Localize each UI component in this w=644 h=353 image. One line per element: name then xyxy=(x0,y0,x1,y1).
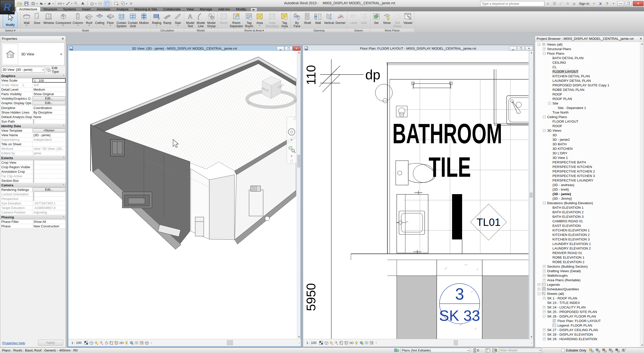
ribbon-button-model-group[interactable]: Model Group▾ xyxy=(206,12,217,29)
crop-region-icon[interactable] xyxy=(349,341,354,345)
exclude-options-icon[interactable] xyxy=(492,348,497,353)
tree-item-sections-building-section-[interactable]: +Sections (Building Section) xyxy=(535,264,640,269)
tree-item-3d[interactable]: 3D xyxy=(535,133,640,137)
qat-save-icon[interactable] xyxy=(23,1,29,6)
panel-label[interactable]: Circulation xyxy=(151,28,184,32)
tree-item-site[interactable]: −Site xyxy=(535,101,640,105)
scroll-up-icon[interactable]: ▲ xyxy=(640,42,644,46)
3d-view-titlebar[interactable]: 3D View: {3D - jamie} - M003_DISPLAY MOD… xyxy=(68,46,300,51)
tree-item-sk-28-display-elevation[interactable]: +SK 28 - DISPLAY ELEVATION xyxy=(535,332,640,337)
ribbon-button-wall[interactable]: Wall xyxy=(313,12,323,25)
expand-icon[interactable]: + xyxy=(543,297,546,300)
3d-window-minimize-button[interactable]: ▁ xyxy=(277,46,284,51)
tab-architecture[interactable]: Architecture xyxy=(16,7,40,11)
qat-undo-icon[interactable] xyxy=(38,1,44,6)
signin-dropdown-icon[interactable]: ▾ xyxy=(591,1,597,6)
design-option-combo[interactable]: Main Model▾ xyxy=(499,348,542,353)
3d-view-canvas[interactable]: N M BACK LEFT xyxy=(68,51,298,339)
tree-item-kitchen-elevation-1[interactable]: KITCHEN ELEVATION 1 xyxy=(535,228,640,232)
tab-view[interactable]: View xyxy=(184,7,197,11)
detail-level-icon[interactable] xyxy=(319,341,324,345)
ribbon-button-curtain-grid[interactable]: Curtain Grid xyxy=(127,12,139,28)
tree-item-east-elevation[interactable]: EAST ELEVATION xyxy=(535,223,640,228)
tab-modify[interactable]: Modify xyxy=(233,7,249,11)
tree-item-kitchen-elevation-3[interactable]: KITCHEN ELEVATION 3 xyxy=(535,237,640,241)
apply-button[interactable]: Apply xyxy=(38,340,63,346)
ribbon-button-floor[interactable]: Floor▾ xyxy=(105,12,116,26)
displacement-icon[interactable] xyxy=(144,341,149,345)
qat-sync-icon[interactable] xyxy=(30,1,36,6)
sun-path-icon[interactable]: x xyxy=(94,341,99,345)
ribbon-button-room-separator[interactable]: Room Separator xyxy=(229,12,244,28)
section-identity-data[interactable]: Identity Data⌃ xyxy=(0,124,66,128)
view-scale-button[interactable]: 1 : 100 xyxy=(71,341,82,345)
tree-item-robe-detail-plan[interactable]: ROBE DETAIL PLAN xyxy=(535,87,640,92)
expand-icon[interactable]: + xyxy=(543,48,546,50)
property-checkbox[interactable] xyxy=(33,179,34,183)
tab-analyze[interactable]: Analyze xyxy=(113,7,131,11)
3d-hscrollbar-thumb[interactable] xyxy=(227,340,233,345)
ribbon-button-vertical[interactable]: Vertical xyxy=(323,12,335,25)
ribbon-button-set[interactable]: Set xyxy=(371,12,382,25)
detail-level-icon[interactable] xyxy=(84,341,89,345)
worksharing-display-icon[interactable]: x xyxy=(129,341,134,345)
minimize-button[interactable]: — xyxy=(617,1,624,6)
tree-item-sk-1-roof-plan[interactable]: +SK 1 - ROOF PLAN xyxy=(535,296,640,300)
tree-item-bath-elevation-3[interactable]: BATH ELEVATION 3 xyxy=(535,214,640,219)
expand-icon[interactable]: + xyxy=(543,338,546,340)
tab-systems[interactable]: Systems xyxy=(60,7,79,11)
panel-label[interactable]: Opening xyxy=(291,28,347,32)
tree-item-3d-view-1[interactable]: 3D View 1 xyxy=(535,155,640,160)
qat-measure-icon[interactable] xyxy=(57,1,63,6)
collapse-icon[interactable]: − xyxy=(543,202,546,204)
crop-view-icon[interactable] xyxy=(344,341,349,345)
ribbon-button-stair[interactable]: Stair▾ xyxy=(173,12,183,26)
ribbon-button-by-face[interactable]: By Face xyxy=(292,12,302,28)
communication-icon[interactable]: ☄ xyxy=(558,1,564,6)
modify-button[interactable]: Modify xyxy=(3,12,18,28)
section-extents[interactable]: Extents⌃ xyxy=(0,156,66,160)
tree-item-sheets-all-[interactable]: −Sheets (all) xyxy=(535,291,640,296)
property-checkbox[interactable] xyxy=(33,119,34,124)
plan-window-minimize-button[interactable]: ▁ xyxy=(509,46,517,51)
tree-item-robe-elevation-2[interactable]: ROBE ELEVATION 2 xyxy=(535,260,640,264)
tree-item--3d-jamie-[interactable]: {3D - jamie} xyxy=(535,192,640,196)
tree-item-perspective-kitchen-2[interactable]: PERSPECTIVE KITCHEN 2 xyxy=(535,169,640,173)
ribbon-button-component[interactable]: Component▾ xyxy=(55,12,72,26)
ribbon-button-door[interactable]: Door xyxy=(32,12,43,25)
3d-window-restore-button[interactable]: ❐ xyxy=(285,46,292,51)
sign-in-button[interactable]: Sign In xyxy=(578,2,590,6)
tree-item-views-all-[interactable]: −Views (all) xyxy=(535,42,640,47)
tree-item-sk-25-proposed-site-plan[interactable]: +SK 25 - PROPOSED SITE PLAN xyxy=(535,309,640,314)
instance-selector[interactable]: 3D View: {3D - jamie}▾ xyxy=(1,67,45,73)
tree-item-robe-elevation-1[interactable]: ROBE ELEVATION 1 xyxy=(535,255,640,260)
edit-type-button[interactable]: Edit Type xyxy=(47,67,65,73)
scroll-down-icon[interactable]: ▼ xyxy=(297,335,301,339)
ribbon-button-shaft[interactable]: Shaft xyxy=(302,12,313,25)
property-checkbox[interactable] xyxy=(33,192,34,196)
property-checkbox[interactable] xyxy=(33,174,34,178)
qat-switchwin-icon[interactable] xyxy=(120,1,126,6)
tree-item-sk-24-locality-plan[interactable]: +SK 24 - LOCALITY PLAN xyxy=(535,305,640,309)
restore-button[interactable]: ❐ xyxy=(625,1,632,6)
tree-item--3d-brett-[interactable]: {3D - brett} xyxy=(535,187,640,192)
tree-item-laundry-detail-plan[interactable]: LAUNDRY DETAIL PLAN xyxy=(535,78,640,83)
ribbon-display-toggle[interactable]: ▣▾ xyxy=(251,8,257,11)
tree-item-floor-layout[interactable]: FLOOR LAYOUT xyxy=(535,69,640,74)
expand-icon[interactable]: + xyxy=(543,333,546,336)
panel-label[interactable]: Room & Area ▾ xyxy=(218,28,291,32)
tree-item-bath-detail-plan[interactable]: BATH DETAIL PLAN xyxy=(535,56,640,60)
ribbon-button-wall[interactable]: Wall▾ xyxy=(21,12,32,26)
ribbon-button-model-line[interactable]: Model Line xyxy=(195,12,206,28)
plan-window-close-button[interactable]: ✕ xyxy=(525,46,533,51)
property-button[interactable]: Edit... xyxy=(33,96,65,100)
collapse-icon[interactable]: − xyxy=(538,292,540,295)
ribbon-button-ramp[interactable]: Ramp xyxy=(162,12,173,25)
ribbon-button-curtain-system[interactable]: Curtain System xyxy=(116,12,127,28)
tree-item-3d-kitchen[interactable]: 3D KITCHEN xyxy=(535,146,640,151)
shadows-icon[interactable]: x xyxy=(99,341,104,345)
visual-style-icon[interactable] xyxy=(324,341,329,345)
link-cursor-icon[interactable] xyxy=(595,348,601,353)
navigation-bar[interactable] xyxy=(287,117,296,164)
tree-item-drafting-views-detail-[interactable]: +Drafting Views (Detail) xyxy=(535,269,640,273)
